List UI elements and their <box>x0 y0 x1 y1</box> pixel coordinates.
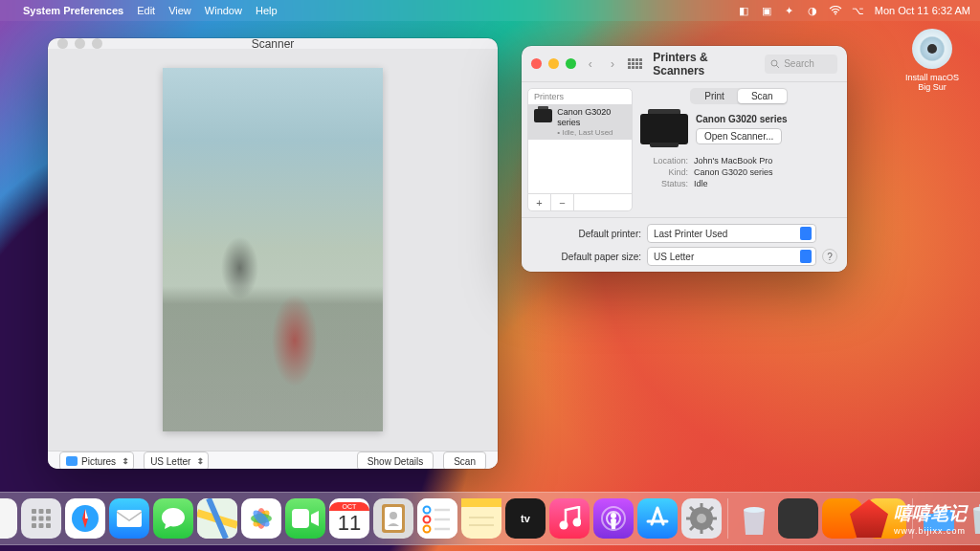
printers-scanners-window: ‹ › Printers & Scanners Search Printers … <box>522 46 847 272</box>
add-printer-button[interactable]: + <box>528 194 551 210</box>
show-details-button[interactable]: Show Details <box>357 452 434 469</box>
scan-button[interactable]: Scan <box>443 452 486 469</box>
sidebar-printer-status: • Idle, Last Used <box>557 128 626 138</box>
search-input[interactable]: Search <box>765 55 837 74</box>
zoom-icon[interactable] <box>566 58 576 69</box>
zoom-icon[interactable] <box>92 38 102 49</box>
dock-appstore[interactable] <box>637 498 678 539</box>
dock-podcasts[interactable] <box>593 498 634 539</box>
dock-maps[interactable] <box>197 498 237 539</box>
minimize-icon[interactable] <box>548 58 559 69</box>
wifi-icon[interactable] <box>829 4 842 17</box>
dock-launchpad[interactable] <box>21 498 61 539</box>
desktop-install-disc[interactable]: Install macOS Big Sur <box>903 29 961 92</box>
tab-scan[interactable]: Scan <box>738 89 787 103</box>
open-scanner-button[interactable]: Open Scanner... <box>696 128 782 144</box>
status-icon[interactable]: ▣ <box>760 4 773 17</box>
status-icon[interactable]: ✦ <box>783 4 796 17</box>
watermark-url: www.bijixx.com <box>894 526 967 536</box>
svg-point-1 <box>771 60 777 66</box>
svg-rect-4 <box>39 509 44 514</box>
dock-recent-1[interactable] <box>734 498 774 539</box>
printers-sidebar: Printers Canon G3020 series • Idle, Last… <box>527 88 633 211</box>
watermark: 嘻嘻笔记 www.bijixx.com <box>850 499 967 538</box>
dock-safari[interactable] <box>65 498 105 539</box>
dock-notes[interactable] <box>461 498 501 539</box>
control-center-icon[interactable]: ⌥ <box>852 4 865 17</box>
svg-point-36 <box>573 518 582 527</box>
show-all-button[interactable] <box>627 55 643 73</box>
meta-kind: Canon G3020 series <box>694 167 773 177</box>
scanner-toolbar: Pictures US Letter Show Details Scan <box>48 451 498 469</box>
svg-point-50 <box>744 507 765 513</box>
close-icon[interactable] <box>57 38 68 49</box>
svg-rect-11 <box>46 523 51 528</box>
destination-select[interactable]: Pictures <box>59 452 134 469</box>
prefs-title: Printers & Scanners <box>653 51 759 77</box>
minimize-icon[interactable] <box>75 38 85 49</box>
scan-preview-area[interactable] <box>48 49 498 451</box>
dock-contacts[interactable] <box>373 498 413 539</box>
sidebar-printer-name: Canon G3020 series <box>557 107 626 128</box>
watermark-title: 嘻嘻笔记 <box>894 501 967 526</box>
device-name: Canon G3020 series <box>696 114 837 124</box>
help-button[interactable]: ? <box>822 249 837 264</box>
svg-line-46 <box>690 507 694 511</box>
dock-music[interactable] <box>549 498 590 539</box>
svg-rect-8 <box>46 517 51 521</box>
svg-rect-21 <box>292 509 309 528</box>
svg-rect-7 <box>39 517 44 521</box>
dock-facetime[interactable] <box>285 498 325 539</box>
default-paper-select[interactable]: US Letter <box>647 247 816 266</box>
svg-point-24 <box>390 512 397 519</box>
close-icon[interactable] <box>531 58 542 69</box>
scanner-title: Scanner <box>48 38 498 51</box>
svg-line-48 <box>690 526 694 530</box>
menu-window[interactable]: Window <box>205 5 242 16</box>
dock-calendar[interactable]: OCT11 <box>329 498 369 539</box>
svg-rect-3 <box>32 509 36 514</box>
svg-point-41 <box>697 514 706 523</box>
prefs-titlebar[interactable]: ‹ › Printers & Scanners Search <box>522 46 847 82</box>
dock-finder[interactable] <box>0 498 17 539</box>
watermark-logo-icon <box>850 499 888 538</box>
svg-rect-5 <box>46 509 51 514</box>
svg-rect-6 <box>32 517 36 521</box>
scanner-titlebar[interactable]: Scanner <box>48 38 498 49</box>
svg-point-35 <box>560 521 568 530</box>
menubar-clock[interactable]: Mon Oct 11 6:32 AM <box>875 5 970 16</box>
sidebar-printer-item[interactable]: Canon G3020 series • Idle, Last Used <box>528 104 632 140</box>
scanner-window: Scanner Pictures US Letter Show Details … <box>48 38 498 469</box>
svg-point-0 <box>835 13 836 15</box>
back-button[interactable]: ‹ <box>582 55 598 73</box>
printer-icon <box>534 109 552 122</box>
remove-printer-button[interactable]: − <box>551 194 574 210</box>
menu-edit[interactable]: Edit <box>137 5 155 16</box>
dock-tv[interactable]: tv <box>505 498 546 539</box>
svg-line-2 <box>776 65 779 68</box>
scanned-image-preview[interactable] <box>163 68 383 431</box>
dock-messages[interactable] <box>153 498 193 539</box>
svg-line-49 <box>709 507 713 511</box>
dock-photos[interactable] <box>241 498 281 539</box>
default-printer-select[interactable]: Last Printer Used <box>647 224 816 243</box>
menu-view[interactable]: View <box>168 5 191 16</box>
dock-recent-2[interactable] <box>778 498 818 539</box>
status-icon[interactable]: ◧ <box>737 4 750 17</box>
app-menu[interactable]: System Preferences <box>23 5 123 16</box>
svg-rect-9 <box>32 523 36 528</box>
folder-icon <box>66 456 78 466</box>
printer-detail-pane: Print Scan Canon G3020 series Open Scann… <box>636 82 847 217</box>
menu-help[interactable]: Help <box>256 5 278 16</box>
disc-icon <box>912 29 952 69</box>
status-icon[interactable]: ◑ <box>806 4 819 17</box>
tab-print[interactable]: Print <box>691 89 738 103</box>
menubar: System Preferences Edit View Window Help… <box>0 0 980 21</box>
svg-rect-10 <box>39 523 44 528</box>
forward-button[interactable]: › <box>604 55 620 73</box>
desktop-icon-label: Install macOS Big Sur <box>903 73 961 92</box>
dock-reminders[interactable] <box>417 498 457 539</box>
dock-system-preferences[interactable] <box>681 498 722 539</box>
dock-mail[interactable] <box>109 498 149 539</box>
paper-size-select[interactable]: US Letter <box>144 452 209 469</box>
